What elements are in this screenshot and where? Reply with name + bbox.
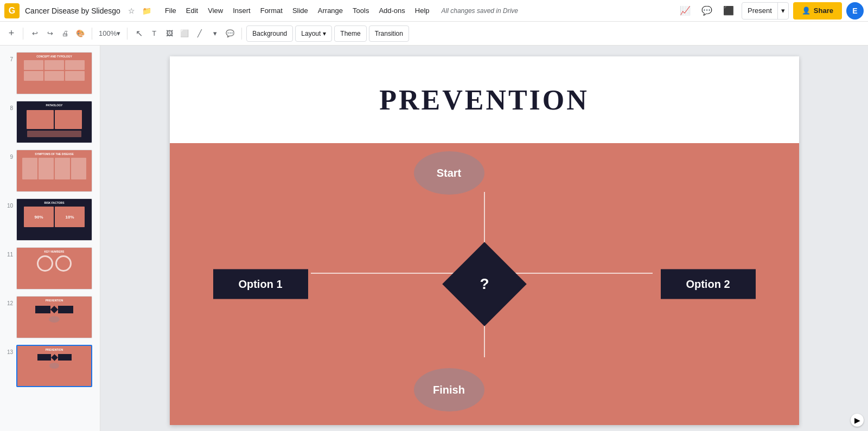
main-content: 7 CONCEPT AND TYPOLOGY 8 PATHOLOGY xyxy=(0,46,868,431)
slide-thumbnail-7: CONCEPT AND TYPOLOGY xyxy=(16,52,92,94)
slide-thumbnail-10: RISK FACTORS 90% 10% xyxy=(16,198,92,241)
document-title: Cancer Disease by Slidesgo xyxy=(25,7,120,15)
slide-thumb-12[interactable]: 12 PREVENTION xyxy=(0,294,100,340)
slide-area[interactable]: PREVENTION xyxy=(100,46,868,431)
toolbar-separator-1 xyxy=(23,28,23,40)
slide-title: PREVENTION xyxy=(379,84,589,116)
redo-button[interactable]: ↪ xyxy=(43,25,57,42)
decision-diamond: ? xyxy=(442,242,527,326)
bookmark-icon[interactable]: ☆ xyxy=(126,5,138,17)
slide-panel: 7 CONCEPT AND TYPOLOGY 8 PATHOLOGY xyxy=(0,46,100,431)
slide-num-11: 11 xyxy=(4,247,13,258)
present-mode-icon[interactable]: ⬛ xyxy=(720,2,737,20)
share-label: Share xyxy=(814,7,833,15)
menu-slide[interactable]: Slide xyxy=(288,4,312,17)
layout-button[interactable]: Layout ▾ xyxy=(295,25,332,42)
layout-dropdown-icon: ▾ xyxy=(323,30,326,37)
zoom-button[interactable]: 100% ▾ xyxy=(97,25,123,42)
slide-thumb-8[interactable]: 8 PATHOLOGY xyxy=(0,99,100,145)
menu-format[interactable]: Format xyxy=(256,4,287,17)
chat-icon[interactable]: 💬 xyxy=(698,2,716,20)
slide-num-13: 13 xyxy=(4,345,13,355)
slide-thumbnail-13: PREVENTION xyxy=(16,345,92,387)
image-button[interactable]: 🖼 xyxy=(162,25,176,42)
top-menu-bar: G Cancer Disease by Slidesgo ☆ 📁 File Ed… xyxy=(0,0,868,22)
start-oval: Start xyxy=(414,151,484,195)
line-dropdown[interactable]: ▾ xyxy=(208,25,222,42)
toolbar-separator-2 xyxy=(92,28,92,40)
slide-thumb-11[interactable]: 11 KEY NUMBERS xyxy=(0,245,100,292)
slide-num-8: 8 xyxy=(4,101,13,111)
toolbar: + ↩ ↪ 🖨 🎨 100% ▾ ↖ T 🖼 ⬜ ╱ ▾ 💬 Backgroun… xyxy=(0,22,868,46)
slide-num-12: 12 xyxy=(4,296,13,306)
add-button[interactable]: + xyxy=(4,25,18,42)
share-button[interactable]: 👤 Share xyxy=(793,2,842,20)
line-button[interactable]: ╱ xyxy=(193,25,207,42)
slide-num-7: 7 xyxy=(4,52,13,62)
slide-thumbnail-12: PREVENTION xyxy=(16,296,92,338)
slide-thumbnail-9: SYMPTOMS OF THE DISEASE xyxy=(16,150,92,192)
comment-button[interactable]: 💬 xyxy=(223,25,237,42)
undo-button[interactable]: ↩ xyxy=(28,25,42,42)
menu-arrange[interactable]: Arrange xyxy=(314,4,347,17)
option2-button: Option 2 xyxy=(661,269,756,299)
save-status: All changes saved in Drive xyxy=(442,7,518,15)
theme-button[interactable]: Theme xyxy=(334,25,366,42)
folder-icon[interactable]: 📁 xyxy=(141,5,153,17)
slide-thumb-10[interactable]: 10 RISK FACTORS 90% 10% xyxy=(0,196,100,243)
slide-flowchart-area: Start ? Option 1 Option 2 xyxy=(170,143,799,425)
user-avatar[interactable]: E xyxy=(846,2,864,20)
slide-thumb-7[interactable]: 7 CONCEPT AND TYPOLOGY xyxy=(0,50,100,97)
decision-label: ? xyxy=(455,254,514,314)
slide-thumbnail-8: PATHOLOGY xyxy=(16,101,92,143)
toolbar-select-group: ↖ T 🖼 ⬜ ╱ ▾ 💬 xyxy=(132,25,237,42)
toolbar-zoom-group: 100% ▾ xyxy=(97,25,123,42)
menu-tools[interactable]: Tools xyxy=(348,4,373,17)
toolbar-undo-group: ↩ ↪ 🖨 🎨 xyxy=(28,25,87,42)
finish-label: Finish xyxy=(433,384,465,396)
present-dropdown-arrow[interactable]: ▾ xyxy=(777,3,788,19)
zoom-dropdown-icon: ▾ xyxy=(117,29,120,37)
toolbar-separator-3 xyxy=(127,28,127,40)
menu-help[interactable]: Help xyxy=(411,4,434,17)
start-label: Start xyxy=(437,167,462,179)
top-bar-right: 📈 💬 ⬛ Present ▾ 👤 Share E xyxy=(676,2,864,20)
menu-edit[interactable]: Edit xyxy=(182,4,202,17)
finish-oval: Finish xyxy=(414,368,484,411)
toolbar-add-group: + xyxy=(4,25,18,42)
toolbar-separator-4 xyxy=(241,28,242,40)
slide-thumb-13[interactable]: 13 PREVENTION xyxy=(0,343,100,389)
transition-button[interactable]: Transition xyxy=(369,25,409,42)
doc-action-icons: ☆ 📁 xyxy=(126,5,153,17)
slide-thumbnail-11: KEY NUMBERS xyxy=(16,247,92,290)
share-icon: 👤 xyxy=(802,7,810,15)
slide-thumb-9[interactable]: 9 SYMPTOMS OF THE DISEASE xyxy=(0,147,100,194)
menu-insert[interactable]: Insert xyxy=(228,4,255,17)
menu-addons[interactable]: Add-ons xyxy=(374,4,409,17)
present-label: Present xyxy=(742,7,777,15)
slide-num-10: 10 xyxy=(4,198,13,209)
paint-format-button[interactable]: 🎨 xyxy=(73,25,87,42)
option1-label: Option 1 xyxy=(238,278,282,291)
scroll-right-button[interactable]: ▶ xyxy=(851,414,864,427)
option2-label: Option 2 xyxy=(686,278,730,291)
flowchart-container: Start ? Option 1 Option 2 xyxy=(170,143,799,425)
menu-view[interactable]: View xyxy=(203,4,227,17)
background-button[interactable]: Background xyxy=(246,25,293,42)
app-icon[interactable]: G xyxy=(4,3,20,18)
slide-title-area: PREVENTION xyxy=(170,56,799,143)
option1-button: Option 1 xyxy=(213,269,308,299)
slide-canvas: PREVENTION xyxy=(170,56,799,425)
slide-num-9: 9 xyxy=(4,150,13,160)
layout-label: Layout xyxy=(301,30,321,37)
text-box-button[interactable]: T xyxy=(147,25,161,42)
print-button[interactable]: 🖨 xyxy=(58,25,72,42)
present-button[interactable]: Present ▾ xyxy=(742,2,789,20)
trending-icon[interactable]: 📈 xyxy=(676,2,694,20)
select-tool-button[interactable]: ↖ xyxy=(132,25,146,42)
zoom-level-display: 100% xyxy=(99,29,117,37)
shapes-button[interactable]: ⬜ xyxy=(177,25,192,42)
menu-file[interactable]: File xyxy=(161,4,181,17)
menu-bar: File Edit View Insert Format Slide Arran… xyxy=(161,4,434,17)
